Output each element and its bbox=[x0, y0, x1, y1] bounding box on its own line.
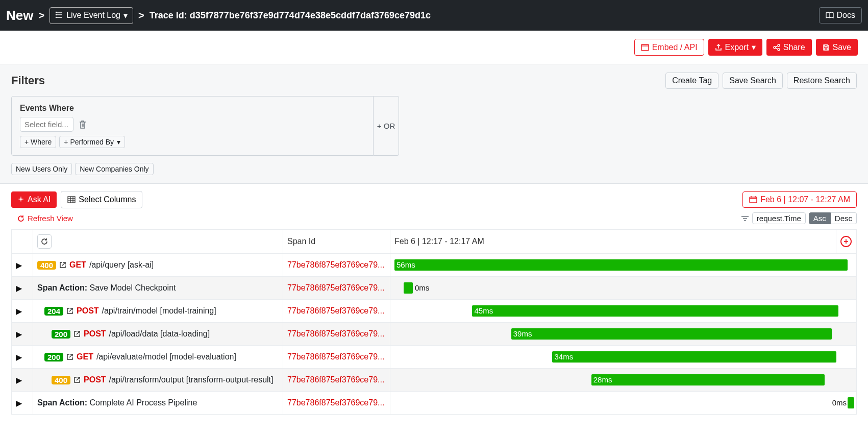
svg-point-9 bbox=[778, 44, 780, 46]
external-link-icon[interactable] bbox=[66, 306, 73, 316]
select-columns-label: Select Columns bbox=[79, 195, 136, 204]
filters-section: Filters Create Tag Save Search Restore S… bbox=[0, 64, 868, 184]
duration-bar-cell: 34ms bbox=[394, 350, 852, 364]
columns-icon bbox=[67, 195, 76, 204]
new-users-only-toggle[interactable]: New Users Only bbox=[11, 163, 72, 175]
duration-bar bbox=[404, 282, 413, 294]
filter-group: Events Where + Where + Performed By ▾ bbox=[11, 96, 374, 156]
secondary-controls: Refresh View request.Time Asc Desc bbox=[0, 211, 868, 229]
refresh-icon bbox=[17, 214, 24, 223]
header-span-id[interactable]: Span Id bbox=[283, 230, 390, 254]
svg-line-33 bbox=[69, 354, 72, 357]
expand-caret-icon[interactable]: ▶ bbox=[16, 261, 22, 270]
svg-rect-7 bbox=[641, 44, 649, 51]
span-id[interactable]: 77be786f875ef3769ce79... bbox=[287, 306, 386, 316]
expand-caret-icon[interactable]: ▶ bbox=[16, 376, 22, 384]
trash-icon[interactable] bbox=[79, 120, 87, 129]
external-link-icon[interactable] bbox=[59, 260, 66, 270]
sort-field-badge[interactable]: request.Time bbox=[752, 212, 806, 224]
add-performed-by-label: + Performed By bbox=[64, 138, 114, 146]
http-method: GET bbox=[77, 352, 93, 361]
span-id[interactable]: 77be786f875ef3769ce79... bbox=[287, 260, 386, 270]
sort-desc-button[interactable]: Desc bbox=[831, 212, 857, 224]
svg-rect-23 bbox=[750, 197, 757, 203]
expand-caret-icon[interactable]: ▶ bbox=[16, 399, 22, 407]
table-row[interactable]: ▶Span Action: Complete AI Process Pipeli… bbox=[12, 392, 857, 415]
live-event-log-dropdown[interactable]: Live Event Log ▾ bbox=[49, 7, 133, 24]
svg-line-12 bbox=[776, 46, 778, 47]
date-range-label: Feb 6 | 12:07 - 12:27 AM bbox=[760, 195, 850, 204]
filter-icon[interactable] bbox=[741, 215, 749, 222]
add-performed-by-button[interactable]: + Performed By ▾ bbox=[59, 136, 125, 148]
svg-line-13 bbox=[776, 48, 778, 49]
new-companies-only-toggle[interactable]: New Companies Only bbox=[75, 163, 153, 175]
http-method: POST bbox=[84, 375, 106, 384]
table-row[interactable]: ▶Span Action: Save Model Checkpoint77be7… bbox=[12, 277, 857, 300]
refresh-view-link[interactable]: Refresh View bbox=[17, 214, 73, 223]
duration-bar bbox=[394, 259, 848, 271]
table-row[interactable]: ▶200GET/api/evaluate/model [model-evalua… bbox=[12, 346, 857, 369]
add-where-button[interactable]: + Where bbox=[20, 136, 56, 148]
save-search-button[interactable]: Save Search bbox=[723, 73, 783, 89]
create-tag-button[interactable]: Create Tag bbox=[665, 73, 718, 89]
restore-search-button[interactable]: Restore Search bbox=[787, 73, 857, 89]
http-method: POST bbox=[84, 329, 106, 339]
span-id[interactable]: 77be786f875ef3769ce79... bbox=[287, 375, 386, 384]
request-path: /api/query [ask-ai] bbox=[89, 260, 154, 270]
header-time-range: Feb 6 | 12:17 - 12:17 AM bbox=[390, 230, 836, 254]
trace-table: Span Id Feb 6 | 12:17 - 12:17 AM + ▶400G… bbox=[0, 229, 868, 425]
table-row[interactable]: ▶200POST/api/load/data [data-loading]77b… bbox=[12, 323, 857, 346]
select-field-input[interactable] bbox=[20, 117, 73, 132]
caret-down-icon: ▾ bbox=[117, 138, 120, 146]
span-id[interactable]: 77be786f875ef3769ce79... bbox=[287, 329, 386, 339]
table-row[interactable]: ▶400POST/api/transform/output [transform… bbox=[12, 369, 857, 392]
caret-down-icon: ▾ bbox=[752, 42, 756, 52]
controls-row: Ask AI Select Columns Feb 6 | 12:07 - 12… bbox=[0, 184, 868, 211]
duration-bar bbox=[848, 397, 854, 408]
docs-label: Docs bbox=[837, 11, 855, 20]
http-method: GET bbox=[69, 260, 86, 270]
date-range-button[interactable]: Feb 6 | 12:07 - 12:27 AM bbox=[742, 191, 857, 208]
list-icon bbox=[55, 11, 63, 20]
svg-line-32 bbox=[77, 331, 80, 334]
refresh-column-button[interactable] bbox=[37, 234, 52, 249]
duration-label: 28ms bbox=[591, 374, 612, 385]
embed-api-button[interactable]: Embed / API bbox=[634, 39, 704, 56]
svg-point-5 bbox=[56, 17, 57, 18]
span-id[interactable]: 77be786f875ef3769ce79... bbox=[287, 398, 386, 407]
expand-caret-icon[interactable]: ▶ bbox=[16, 307, 22, 316]
embed-icon bbox=[641, 43, 649, 52]
chevron-right-icon: > bbox=[38, 10, 44, 21]
save-icon bbox=[823, 43, 830, 52]
sort-asc-button[interactable]: Asc bbox=[809, 212, 831, 224]
add-or-button[interactable]: + OR bbox=[374, 96, 399, 156]
external-link-icon[interactable] bbox=[73, 375, 81, 384]
expand-caret-icon[interactable]: ▶ bbox=[16, 284, 22, 293]
select-columns-button[interactable]: Select Columns bbox=[61, 191, 142, 208]
svg-rect-18 bbox=[68, 197, 75, 203]
duration-bar-cell: 45ms bbox=[394, 304, 852, 318]
external-link-icon[interactable] bbox=[73, 329, 81, 339]
span-action-label: Span Action: Complete AI Process Pipelin… bbox=[37, 398, 197, 407]
action-bar: Embed / API Export ▾ Share Save bbox=[0, 31, 868, 64]
table-row[interactable]: ▶204POST/api/train/model [model-training… bbox=[12, 300, 857, 323]
export-icon bbox=[715, 43, 722, 52]
breadcrumb-new: New bbox=[6, 8, 33, 23]
svg-rect-15 bbox=[825, 48, 828, 50]
expand-caret-icon[interactable]: ▶ bbox=[16, 330, 22, 339]
docs-button[interactable]: Docs bbox=[819, 7, 862, 23]
ask-ai-button[interactable]: Ask AI bbox=[11, 191, 57, 208]
external-link-icon[interactable] bbox=[66, 352, 73, 361]
table-row[interactable]: ▶400GET/api/query [ask-ai]77be786f875ef3… bbox=[12, 254, 857, 277]
span-id[interactable]: 77be786f875ef3769ce79... bbox=[287, 352, 386, 361]
share-icon bbox=[773, 43, 780, 52]
export-button[interactable]: Export ▾ bbox=[708, 39, 762, 56]
expand-caret-icon[interactable]: ▶ bbox=[16, 353, 22, 361]
span-action-label: Span Action: Save Model Checkpoint bbox=[37, 283, 176, 293]
calendar-icon bbox=[749, 195, 757, 204]
save-button[interactable]: Save bbox=[816, 39, 858, 56]
header-expand bbox=[12, 230, 33, 254]
add-column-button[interactable]: + bbox=[840, 236, 852, 247]
share-button[interactable]: Share bbox=[766, 39, 812, 56]
span-id[interactable]: 77be786f875ef3769ce79... bbox=[287, 283, 386, 293]
